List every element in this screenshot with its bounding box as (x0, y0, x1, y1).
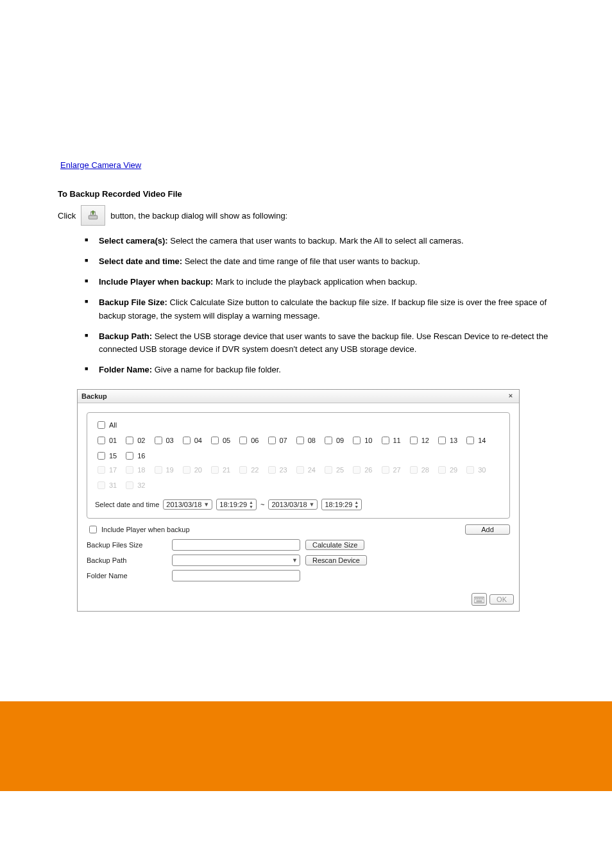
channel-label: 10 (364, 437, 372, 444)
footer-bar (0, 701, 612, 791)
channel-checkbox-24: 24 (294, 464, 316, 476)
section-heading-text: To Backup Recorded Video File (58, 189, 182, 199)
instruction-item: Include Player when backup: Mark to incl… (85, 276, 554, 288)
channel-checkbox-22: 22 (237, 464, 259, 476)
channel-checkbox-08[interactable]: 08 (294, 435, 316, 446)
instruction-item: Backup Path: Select the USB storage devi… (85, 330, 554, 356)
channel-checkbox-17: 17 (95, 464, 117, 476)
svg-rect-6 (480, 598, 482, 599)
channel-label: 28 (421, 466, 429, 474)
rescan-device-button[interactable]: Rescan Device (305, 555, 367, 565)
ok-button[interactable]: OK (489, 594, 514, 605)
checkbox-all-label: All (109, 421, 117, 429)
caret-down-icon: ▼ (292, 557, 298, 563)
channel-checkbox-03[interactable]: 03 (152, 435, 174, 446)
close-icon[interactable]: × (506, 392, 515, 401)
channel-label: 19 (166, 466, 174, 474)
time-from-value: 18:19:29 (219, 501, 247, 508)
channel-label: 27 (393, 466, 401, 474)
svg-rect-7 (482, 598, 484, 599)
instruction-item: Select camera(s): Select the camera that… (85, 235, 554, 247)
channel-checkbox-23: 23 (266, 464, 287, 476)
folder-name-input[interactable] (172, 570, 300, 581)
date-from-value: 2013/03/18 (166, 501, 201, 508)
channel-label: 32 (137, 481, 145, 489)
channel-checkbox-07[interactable]: 07 (266, 435, 287, 446)
channel-label: 13 (450, 437, 457, 444)
channel-checkbox-13[interactable]: 13 (436, 435, 457, 446)
channel-label: 04 (194, 437, 202, 444)
caret-down-icon: ▼ (203, 501, 209, 508)
include-player-checkbox[interactable]: Include Player when backup (87, 524, 460, 535)
channel-checkbox-01[interactable]: 01 (95, 435, 117, 446)
select-datetime-label: Select date and time (95, 501, 159, 508)
svg-rect-3 (475, 598, 477, 599)
add-button[interactable]: Add (465, 524, 510, 535)
channel-checkbox-06[interactable]: 06 (237, 435, 259, 446)
channel-label: 12 (421, 437, 429, 444)
channel-label: 18 (137, 466, 145, 474)
date-from-picker[interactable]: 2013/03/18 ▼ (163, 499, 212, 510)
channel-checkbox-04[interactable]: 04 (180, 435, 202, 446)
channel-label: 23 (280, 466, 287, 474)
channel-checkbox-02[interactable]: 02 (123, 435, 145, 446)
date-to-value: 2013/03/18 (271, 501, 307, 508)
channel-checkbox-11[interactable]: 11 (379, 435, 401, 446)
svg-rect-2 (474, 597, 484, 603)
channel-label: 22 (251, 466, 259, 474)
channel-label: 30 (478, 466, 486, 474)
time-to-value: 18:19:29 (325, 501, 352, 508)
checkbox-all[interactable]: All (95, 419, 117, 431)
svg-rect-4 (477, 598, 479, 599)
channel-checkbox-20: 20 (180, 464, 202, 476)
range-tilde: ~ (260, 501, 264, 508)
date-to-picker[interactable]: 2013/03/18 ▼ (268, 499, 318, 510)
channel-checkbox-26: 26 (350, 464, 372, 476)
channel-label: 05 (223, 437, 230, 444)
channel-checkbox-27: 27 (379, 464, 401, 476)
channel-checkbox-32: 32 (123, 480, 145, 491)
channel-label: 25 (336, 466, 344, 474)
channel-label: 14 (478, 437, 486, 444)
click-text-after: button, the backup dialog will show as f… (110, 211, 287, 221)
section-heading: To Backup Recorded Video File (58, 189, 554, 199)
channel-label: 15 (109, 452, 117, 460)
include-player-label: Include Player when backup (101, 526, 190, 533)
channel-checkbox-10[interactable]: 10 (350, 435, 372, 446)
channel-checkbox-15[interactable]: 15 (95, 450, 117, 462)
backup-icon-button[interactable] (81, 205, 105, 226)
channel-checkbox-09[interactable]: 09 (322, 435, 344, 446)
channel-label: 21 (223, 466, 230, 474)
time-from-picker[interactable]: 18:19:29 ▲▼ (216, 499, 257, 510)
channel-checkbox-12[interactable]: 12 (407, 435, 429, 446)
instruction-list: Select camera(s): Select the camera that… (58, 235, 554, 376)
channel-label: 31 (109, 481, 117, 489)
calculate-size-button[interactable]: Calculate Size (305, 540, 364, 550)
time-to-picker[interactable]: 18:19:29 ▲▼ (321, 499, 362, 510)
channel-checkbox-21: 21 (208, 464, 230, 476)
folder-name-label: Folder Name (87, 572, 167, 580)
backup-path-select[interactable]: ▼ (172, 555, 300, 566)
channel-checkbox-19: 19 (152, 464, 174, 476)
channel-checkbox-16[interactable]: 16 (123, 450, 145, 462)
channel-label: 11 (393, 437, 401, 444)
spinner-icon: ▲▼ (354, 500, 359, 509)
backup-icon (87, 210, 99, 221)
keyboard-button[interactable] (472, 593, 487, 606)
svg-rect-0 (89, 215, 98, 219)
channel-label: 01 (109, 437, 117, 444)
channel-label: 20 (194, 466, 202, 474)
channel-checkbox-14[interactable]: 14 (464, 435, 486, 446)
channel-label: 09 (336, 437, 344, 444)
channel-label: 26 (364, 466, 372, 474)
channel-label: 16 (137, 452, 145, 460)
instruction-item: Backup File Size: Click Calculate Size b… (85, 296, 554, 322)
instruction-item: Folder Name: Give a name for backup file… (85, 363, 554, 376)
channel-label: 24 (308, 466, 316, 474)
enlarge-camera-view-link[interactable]: Enlarge Camera View (60, 160, 141, 170)
backup-size-input[interactable] (172, 539, 300, 551)
svg-rect-8 (477, 601, 482, 602)
channel-label: 03 (166, 437, 174, 444)
channel-checkbox-05[interactable]: 05 (208, 435, 230, 446)
channel-label: 02 (137, 437, 145, 444)
